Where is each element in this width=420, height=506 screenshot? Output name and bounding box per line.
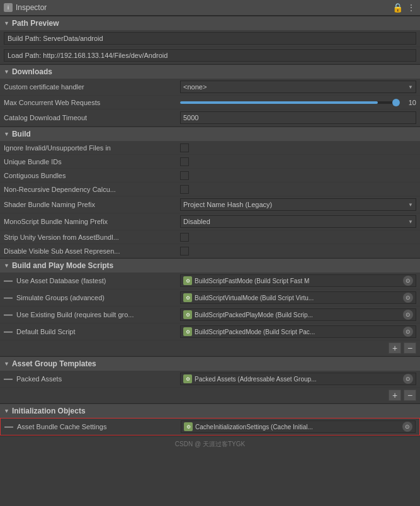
monoscript-value[interactable]: Disabled ▼ [180,215,416,228]
script-end-btn-2[interactable]: ⊙ [403,310,413,320]
cert-handler-dropdown-text: <none> [183,83,207,91]
cache-settings-row: — Asset Bundle Cache Settings ⚙ CacheIni… [0,418,420,436]
packed-assets-end-btn[interactable]: ⊙ [403,374,413,384]
asset-group-add-button[interactable]: + [389,390,401,401]
inspector-header: i Inspector 🔒 ⋮ [0,0,420,16]
shader-dropdown[interactable]: Project Name Hash (Legacy) ▼ [180,198,416,211]
script-text-1: BuildScriptVirtualMode (Build Script Vir… [195,295,400,301]
non-recursive-value [180,185,416,194]
catalog-timeout-value [180,111,416,124]
build-play-section-header[interactable]: ▼ Build and Play Mode Scripts [0,258,420,273]
shader-row: Shader Bundle Naming Prefix Project Name… [0,196,420,213]
script-end-btn-3[interactable]: ⊙ [403,327,413,337]
script-row-1: — Simulate Groups (advanced) ⚙ BuildScri… [0,290,420,306]
build-path-text: Build Path: ServerData/android [4,32,416,45]
path-preview-section-header[interactable]: ▼ Path Preview [0,16,420,30]
init-objects-section-header[interactable]: ▼ Initialization Objects [0,403,420,418]
unique-bundle-label: Unique Bundle IDs [4,158,180,166]
shader-label: Shader Bundle Naming Prefix [4,201,180,208]
packed-assets-text: Packed Assets (Addressable Asset Group..… [195,376,400,383]
watermark-row: CSDN @ 天涯过客TYGK [0,436,420,453]
catalog-timeout-label: Catalog Download Timeout [4,114,180,121]
script-row-0: — Use Asset Database (fastest) ⚙ BuildSc… [0,273,420,290]
init-objects-label: Initialization Objects [12,407,86,415]
shader-value[interactable]: Project Name Hash (Legacy) ▼ [180,198,416,211]
build-label: Build [12,130,31,138]
script-label-text-0: Use Asset Database (fastest) [16,277,106,284]
strip-unity-checkbox[interactable] [180,233,189,242]
non-recursive-label: Non-Recursive Dependency Calcu... [4,186,180,193]
cache-settings-value: ⚙ CacheInitializationSettings (Cache Ini… [181,420,416,433]
script-icon-3: ⚙ [183,327,192,336]
slider-thumb[interactable] [392,99,400,106]
unique-bundle-value [180,157,416,166]
catalog-timeout-input[interactable] [180,111,416,124]
build-scripts-remove-button[interactable]: − [404,342,416,354]
shader-dropdown-text: Project Name Hash (Legacy) [183,201,272,208]
script-text-3: BuildScriptPackedMode (Build Script Pac.… [195,329,400,335]
ignore-invalid-row: Ignore Invalid/Unsupported Files in [0,141,420,155]
lock-button[interactable]: 🔒 [392,3,402,13]
slider-value: 10 [404,99,416,106]
inspector-content: ▼ Path Preview Build Path: ServerData/an… [0,16,420,506]
cert-handler-dropdown[interactable]: <none> ▼ [180,81,416,93]
contiguous-checkbox[interactable] [180,171,189,180]
cache-settings-label: — Asset Bundle Cache Settings [4,422,181,432]
dash-icon-0: — [4,276,13,286]
script-icon-0: ⚙ [183,276,192,285]
ignore-invalid-label: Ignore Invalid/Unsupported Files in [4,144,180,152]
slider-container: 10 [180,99,416,106]
max-concurrent-value: 10 [180,99,416,106]
contiguous-value [180,171,416,180]
slider-track[interactable] [180,101,400,104]
ignore-invalid-value [180,143,416,152]
build-section-header[interactable]: ▼ Build [0,126,420,141]
max-concurrent-row: Max Concurrent Web Requests 10 [0,96,420,110]
build-scripts-add-button[interactable]: + [389,342,401,354]
downloads-label: Downloads [12,67,52,76]
dash-icon-1: — [4,293,13,303]
script-text-2: BuildScriptPackedPlayMode (Build Scrip..… [195,312,400,318]
monoscript-row: MonoScript Bundle Naming Prefix Disabled… [0,213,420,230]
cache-settings-icon: ⚙ [184,422,193,431]
script-end-btn-1[interactable]: ⊙ [403,293,413,303]
asset-group-arrow: ▼ [4,361,9,367]
monoscript-dropdown[interactable]: Disabled ▼ [180,215,416,228]
cache-settings-end-btn[interactable]: ⊙ [402,422,412,432]
script-label-text-3: Default Build Script [16,328,76,335]
strip-unity-value [180,233,416,242]
script-label-2: — Use Existing Build (requires built gro… [4,310,180,320]
menu-button[interactable]: ⋮ [406,3,416,13]
asset-group-remove-button[interactable]: − [404,390,416,401]
catalog-timeout-row: Catalog Download Timeout [0,110,420,126]
load-path-row: Load Path: http://192.168.133.144/Files/… [0,47,420,64]
ignore-invalid-checkbox[interactable] [180,143,189,152]
packed-assets-value: ⚙ Packed Assets (Addressable Asset Group… [180,373,416,385]
unique-bundle-checkbox[interactable] [180,157,189,166]
header-right: 🔒 ⋮ [392,3,416,13]
build-scripts-pm-row: + − [0,340,420,356]
monoscript-dropdown-arrow: ▼ [408,219,413,225]
script-label-text-2: Use Existing Build (requires built gro..… [16,311,133,318]
load-path-text: Load Path: http://192.168.133.144/Files/… [4,49,416,62]
disable-visible-checkbox[interactable] [180,247,189,256]
script-end-btn-0[interactable]: ⊙ [403,276,413,286]
downloads-section-header[interactable]: ▼ Downloads [0,64,420,79]
downloads-arrow: ▼ [4,69,9,75]
build-play-label: Build and Play Mode Scripts [12,261,113,270]
build-path-row: Build Path: ServerData/android [0,30,420,47]
strip-unity-row: Strip Unity Version from AssetBundl... [0,230,420,244]
disable-visible-row: Disable Visible Sub Asset Represen... [0,244,420,258]
contiguous-label: Contiguous Bundles [4,172,180,179]
non-recursive-checkbox[interactable] [180,185,189,194]
asset-group-section-header[interactable]: ▼ Asset Group Templates [0,356,420,371]
script-value-1: ⚙ BuildScriptVirtualMode (Build Script V… [180,291,416,304]
cert-handler-dropdown-arrow: ▼ [408,84,413,90]
packed-assets-label: — Packed Assets [4,374,180,384]
cache-settings-text: CacheInitializationSettings (Cache Initi… [195,424,400,430]
disable-visible-label: Disable Visible Sub Asset Represen... [4,247,180,255]
slider-fill [180,101,378,104]
cert-handler-value[interactable]: <none> ▼ [180,81,416,93]
disable-visible-value [180,247,416,256]
monoscript-label: MonoScript Bundle Naming Prefix [4,218,180,225]
